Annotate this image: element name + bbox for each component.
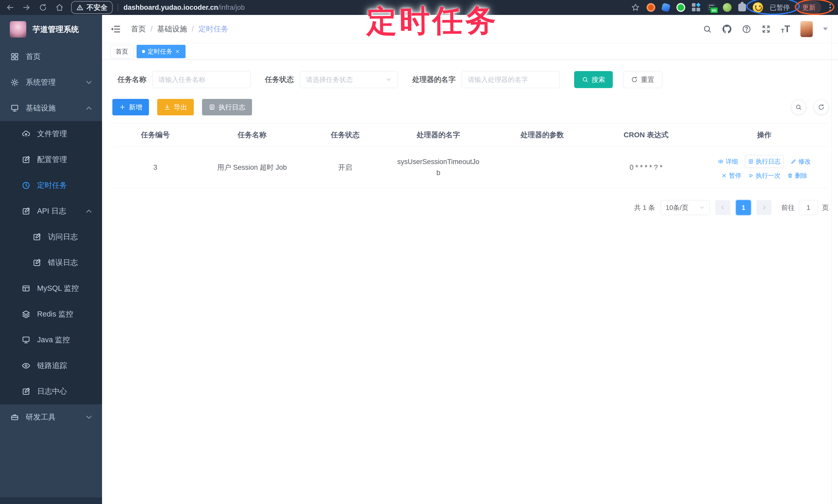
next-page-button[interactable] bbox=[756, 200, 771, 215]
github-icon[interactable] bbox=[722, 24, 732, 34]
browser-reload-icon[interactable] bbox=[39, 3, 48, 12]
search-icon bbox=[795, 104, 802, 110]
sidebar-item-trace[interactable]: 链路追踪 bbox=[0, 353, 102, 379]
fullscreen-icon[interactable] bbox=[762, 24, 771, 34]
browser-menu-icon[interactable] bbox=[828, 4, 832, 11]
sidebar-item-config-management[interactable]: 配置管理 bbox=[0, 147, 102, 173]
sidebar-item-api-logs[interactable]: API 日志 bbox=[0, 198, 102, 224]
reset-button[interactable]: 重置 bbox=[623, 71, 662, 88]
sidebar-item-log-center[interactable]: 日志中心 bbox=[0, 379, 102, 404]
font-size-icon[interactable]: TT bbox=[781, 24, 790, 34]
app-title: 芋道管理系统 bbox=[33, 24, 79, 35]
sidebar-item-infrastructure[interactable]: 基础设施 bbox=[0, 95, 102, 121]
app-logo[interactable]: 芋道管理系统 bbox=[0, 15, 102, 44]
extension-grid-icon[interactable] bbox=[692, 3, 701, 12]
sidebar-item-java-monitor[interactable]: Java 监控 bbox=[0, 327, 102, 353]
toggle-search-button[interactable] bbox=[791, 100, 806, 114]
task-status-select[interactable]: 请选择任务状态 bbox=[300, 71, 398, 88]
top-navbar: 首页 / 基础设施 / 定时任务 TT bbox=[102, 15, 838, 43]
page-size-select[interactable]: 10条/页 bbox=[661, 200, 710, 215]
action-run-once-link[interactable]: 执行一次 bbox=[748, 172, 781, 180]
edit-square-icon bbox=[22, 207, 30, 216]
handler-name-label: 处理器的名字 bbox=[412, 75, 456, 85]
prev-page-button[interactable] bbox=[715, 200, 730, 215]
extension-switch-icon[interactable]: on bbox=[708, 3, 716, 12]
chevron-down-icon bbox=[699, 205, 705, 211]
chevron-up-icon bbox=[85, 104, 93, 112]
gear-icon bbox=[10, 78, 19, 87]
dashboard-icon bbox=[10, 52, 19, 61]
sidebar-item-access-logs[interactable]: 访问日志 bbox=[0, 224, 102, 250]
tags-view-bar: 首页 定时任务 bbox=[102, 43, 838, 60]
user-avatar[interactable] bbox=[800, 21, 813, 37]
action-pause-link[interactable]: 暂停 bbox=[721, 172, 741, 180]
emoji-extension-icon[interactable] bbox=[753, 2, 763, 13]
task-name-input[interactable] bbox=[153, 71, 250, 88]
help-icon[interactable] bbox=[742, 24, 751, 34]
tag-home[interactable]: 首页 bbox=[110, 45, 134, 58]
address-bar[interactable]: dashboard.yudao.iocoder.cn/infra/job bbox=[123, 4, 245, 12]
action-edit-link[interactable]: 修改 bbox=[790, 157, 811, 166]
page-number-button[interactable]: 1 bbox=[736, 200, 751, 215]
pagination: 共 1 条 10条/页 1 前往 页 bbox=[112, 200, 829, 215]
warning-icon bbox=[76, 4, 84, 11]
eye-icon bbox=[718, 159, 723, 164]
chevron-down-icon bbox=[385, 76, 392, 83]
pencil-icon bbox=[790, 159, 796, 164]
page-content: 任务名称 任务状态 请选择任务状态 处理器的名字 bbox=[102, 60, 838, 504]
table-header-row: 任务编号 任务名称 任务状态 处理器的名字 处理器的参数 CRON 表达式 操作 bbox=[112, 123, 829, 147]
sidebar-item-scheduled-tasks[interactable]: 定时任务 bbox=[0, 173, 102, 198]
search-icon[interactable] bbox=[703, 24, 712, 34]
security-chip[interactable]: 不安全 bbox=[71, 1, 112, 14]
monitor-icon bbox=[10, 104, 19, 112]
goto-label: 前往 bbox=[781, 203, 795, 212]
avatar-caret-icon[interactable] bbox=[823, 28, 828, 30]
document-edit-icon bbox=[33, 233, 41, 241]
sidebar-item-file-management[interactable]: 文件管理 bbox=[0, 121, 102, 147]
browser-home-icon[interactable] bbox=[55, 3, 64, 12]
breadcrumb-current: 定时任务 bbox=[198, 24, 228, 34]
browser-update-button[interactable]: 更新 bbox=[797, 1, 821, 14]
refresh-table-button[interactable] bbox=[814, 100, 829, 114]
extension-leaf-icon[interactable] bbox=[723, 3, 732, 12]
extensions-puzzle-icon[interactable] bbox=[738, 4, 746, 11]
sidebar-fold-icon[interactable] bbox=[110, 23, 121, 35]
sidebar-item-error-logs[interactable]: 错误日志 bbox=[0, 250, 102, 275]
breadcrumb-home[interactable]: 首页 bbox=[131, 24, 146, 34]
extension-orange-icon[interactable] bbox=[647, 3, 655, 12]
browser-chrome-bar: 不安全 dashboard.yudao.iocoder.cn/infra/job… bbox=[0, 0, 838, 15]
goto-page-input[interactable] bbox=[799, 200, 818, 215]
sidebar-item-system-management[interactable]: 系统管理 bbox=[0, 70, 102, 95]
sidebar-item-redis-monitor[interactable]: Redis 监控 bbox=[0, 301, 102, 327]
breadcrumb-infrastructure[interactable]: 基础设施 bbox=[157, 24, 187, 34]
sidebar-item-dev-tools[interactable]: 研发工具 bbox=[0, 404, 102, 430]
document-edit-icon bbox=[33, 258, 41, 267]
extension-blue-icon[interactable] bbox=[661, 3, 671, 12]
pagination-total: 共 1 条 bbox=[634, 203, 655, 212]
table-icon bbox=[22, 284, 30, 293]
browser-forward-icon[interactable] bbox=[22, 3, 31, 12]
bookmark-star-icon[interactable] bbox=[631, 3, 640, 12]
sidebar-item-home[interactable]: 首页 bbox=[0, 44, 102, 70]
export-button[interactable]: 导出 bbox=[157, 99, 194, 115]
handler-name-input[interactable] bbox=[462, 71, 560, 88]
action-detail-link[interactable]: 详细 bbox=[718, 157, 738, 166]
close-icon[interactable] bbox=[175, 49, 180, 54]
add-button[interactable]: 新增 bbox=[112, 99, 149, 115]
extension-green-icon[interactable] bbox=[677, 3, 685, 12]
search-button[interactable]: 搜索 bbox=[574, 71, 613, 88]
search-icon bbox=[582, 76, 589, 83]
url-separator bbox=[118, 4, 118, 11]
plus-icon bbox=[119, 104, 126, 110]
action-exec-log-link[interactable]: 执行日志 bbox=[745, 155, 784, 168]
action-delete-link[interactable]: 删除 bbox=[787, 172, 807, 180]
browser-back-icon[interactable] bbox=[6, 3, 14, 12]
tag-scheduled-tasks[interactable]: 定时任务 bbox=[137, 45, 186, 58]
exec-log-button[interactable]: 执行日志 bbox=[202, 99, 252, 115]
layers-icon bbox=[22, 310, 30, 319]
display-icon bbox=[22, 336, 30, 344]
sidebar: 芋道管理系统 首页 系统管理 基础设施 文件管理 配 bbox=[0, 15, 102, 504]
chevron-up-icon bbox=[85, 207, 93, 216]
sidebar-item-mysql-monitor[interactable]: MySQL 监控 bbox=[0, 275, 102, 301]
screenshot-stage: 不安全 dashboard.yudao.iocoder.cn/infra/job… bbox=[0, 0, 838, 504]
